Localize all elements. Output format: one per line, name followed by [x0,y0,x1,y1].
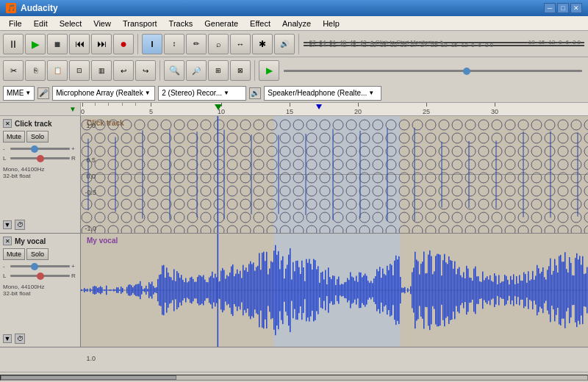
input-channels-value: 2 (Stereo) Recor... [162,89,222,97]
vocal-solo-button[interactable]: Solo [26,248,49,260]
input-device-select[interactable]: Microphone Array (Realtek ▼ [52,86,155,101]
device-row: MME ▼ 🎤 Microphone Array (Realtek ▼ 2 (S… [0,84,588,103]
click-solo-button[interactable]: Solo [26,131,49,143]
zoom-sel-button[interactable]: ⊞ [208,60,229,81]
toolbar-row2: ✂ ⎘ 📋 ⊡ ▥ ↩ ↪ 🔍 🔎 ⊞ ⊠ ▶ [0,57,588,84]
audio-host-select[interactable]: MME ▼ [3,86,35,101]
vocal-mute-button[interactable]: Mute [3,248,25,260]
vocal-pan-slider[interactable] [10,275,70,277]
timeline-ruler[interactable]: 0 5 10 15 20 25 30 [81,103,588,115]
menu-select[interactable]: Select [54,18,88,29]
click-track-name: Click track [12,120,77,128]
timeline-left: ▼ [0,103,81,115]
skip-back-button[interactable]: ⏮ [69,34,90,54]
skip-start-icon[interactable]: ▼ [68,105,77,114]
output-device-select[interactable]: Speaker/Headphone (Realte... ▼ [264,86,381,101]
play-button[interactable]: ▶ [25,34,46,54]
menu-effect[interactable]: Effect [244,18,276,29]
window-controls: ─ □ ✕ [544,3,582,13]
vocal-track-name: My vocal [12,237,77,245]
minimize-button[interactable]: ─ [544,3,556,13]
click-track-waveform-label: Click track [87,119,124,127]
zoom-in-button[interactable]: 🔍 [164,60,184,81]
input-channels-select[interactable]: 2 (Stereo) Recor... ▼ [158,86,246,101]
playback-slider[interactable] [284,70,582,72]
skip-forward-button[interactable]: ⏭ [91,34,112,54]
tracks-scroll-area: ✕ Click track Mute Solo - + L [0,116,588,372]
click-pan: L R [3,155,77,162]
draw-tool[interactable]: ✏ [186,34,207,54]
app-title: Audacity [21,3,544,13]
menu-bar: File Edit Select View Transport Tracks G… [0,16,588,31]
click-track-waveform[interactable]: Click track [81,116,588,233]
multi-tool[interactable]: ✱ [252,34,273,54]
vocal-track: ✕ My vocal Mute Solo - + L [0,234,588,347]
vocal-track-waveform[interactable]: My vocal [81,234,588,347]
select-tool[interactable]: I [142,34,162,54]
click-gain-slider[interactable] [10,148,70,150]
click-gain: - + [3,145,77,152]
menu-help[interactable]: Help [317,18,345,29]
scrollbar-thumb[interactable] [1,375,176,380]
horizontal-scrollbar[interactable] [0,372,588,382]
vocal-y-top: 1.0 [81,355,96,362]
audio-host-value: MME [7,89,24,97]
menu-analyze[interactable]: Analyze [276,18,317,29]
vu-bottom-scale: -57 -54 -51 -48 -45 -42 -39 -36 -33 -30 … [307,42,493,48]
title-bar: 🎵 Audacity ─ □ ✕ [0,0,588,16]
output-device-value: Speaker/Headphone (Realte... [268,89,367,97]
input-device-value: Microphone Array (Realtek [56,89,143,97]
timeline: ▼ 0 5 10 15 20 25 30 [0,103,588,116]
separator2 [298,34,299,54]
menu-generate[interactable]: Generate [198,18,244,29]
vocal-waveform-canvas [81,234,588,347]
click-track-controls: ✕ Click track Mute Solo - + L [0,116,81,233]
zoom-tool[interactable]: ⌕ [208,34,229,54]
click-mute-button[interactable]: Mute [3,131,25,143]
vocal-gain: - + [3,263,77,270]
vocal-pan: L R [3,273,77,279]
playback-thumb[interactable] [463,68,470,75]
play2-button[interactable]: ▶ [259,60,279,81]
envelope-tool[interactable]: ↕ [164,34,184,54]
menu-file[interactable]: File [3,18,28,29]
click-mute-solo: Mute Solo [3,131,77,143]
click-track-close[interactable]: ✕ [3,119,12,128]
close-button[interactable]: ✕ [570,3,582,13]
vocal-menu-btn[interactable]: ⏱ [15,334,25,344]
paste-button[interactable]: 📋 [47,60,68,81]
timeshift-tool[interactable]: ↔ [230,34,251,54]
trim-button[interactable]: ⊡ [69,60,90,81]
vocal-track-info: Mono, 44100Hz32-bit float [3,284,77,297]
toolbar-row1: ⏸ ▶ ■ ⏮ ⏭ ● I ↕ ✏ ⌕ ↔ ✱ 🔊 -57 -54 -51 -4… [0,31,588,57]
cut-button[interactable]: ✂ [3,60,24,81]
silence-button[interactable]: ▥ [91,60,112,81]
sep3 [159,60,160,81]
maximize-button[interactable]: □ [557,3,569,13]
copy-button[interactable]: ⎘ [25,60,46,81]
click-collapse-btn[interactable]: ▼ [3,220,12,229]
scrollbar-track[interactable] [0,375,588,381]
record-button[interactable]: ● [113,34,134,54]
vocal-bottom-controls: ▼ ⏱ [3,332,77,344]
undo-button[interactable]: ↩ [113,60,134,81]
pause-button[interactable]: ⏸ [3,34,24,54]
menu-tracks[interactable]: Tracks [163,18,199,29]
speaker-icon[interactable]: 🔊 [249,87,261,99]
click-bottom-controls: ▼ ⏱ [3,218,77,230]
vocal-gain-slider[interactable] [10,265,70,267]
menu-view[interactable]: View [87,18,117,29]
zoom-fit-button[interactable]: ⊠ [230,60,251,81]
vocal-track-close[interactable]: ✕ [3,237,12,245]
mic-icon[interactable]: 🎤 [37,87,49,99]
redo-button[interactable]: ↪ [135,60,156,81]
vocal-collapse-btn[interactable]: ▼ [3,334,12,343]
menu-transport[interactable]: Transport [117,18,163,29]
zoom-out-button[interactable]: 🔎 [186,60,207,81]
stop-button[interactable]: ■ [47,34,68,54]
click-menu-btn[interactable]: ⏱ [15,220,25,230]
volume-tool[interactable]: 🔊 [274,34,295,54]
menu-edit[interactable]: Edit [28,18,54,29]
click-track-info: Mono, 44100Hz32-bit float [3,166,77,179]
click-pan-slider[interactable] [10,157,70,159]
